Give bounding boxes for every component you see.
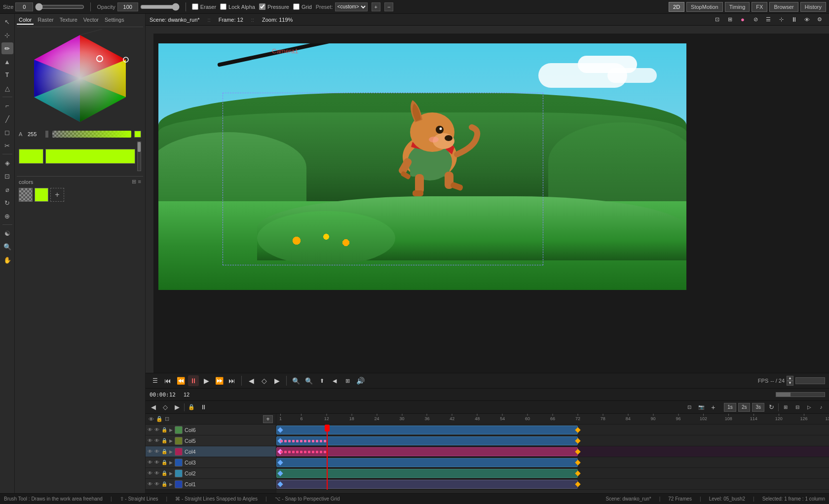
tl-animation-btn[interactable]: ▷ (804, 402, 814, 412)
layer-row-col6[interactable]: 👁 👁 🔒 ▶ Col6 (146, 425, 276, 435)
tab-texture[interactable]: Texture (58, 16, 79, 25)
layer-lock-col1[interactable]: 🔒 (161, 481, 167, 487)
grid-canvas-btn[interactable]: ⊞ (342, 375, 353, 386)
tl-scene-btn[interactable]: ⊡ (684, 402, 694, 412)
transform-tool-btn[interactable]: ⊹ (1, 29, 13, 41)
layer-expand-col5[interactable]: ▶ (169, 438, 173, 443)
layer-eye2-col2[interactable]: 👁 (154, 470, 159, 476)
opacity-slider[interactable] (140, 3, 180, 10)
layer-row-col1[interactable]: 👁 👁 🔒 ▶ Col1 (146, 479, 276, 490)
layer-expand-col1[interactable]: ▶ (169, 482, 173, 487)
flip-btn[interactable]: ◀ (329, 375, 340, 386)
eraser-toggle[interactable]: Eraser (192, 3, 216, 10)
canvas-viewport[interactable]: Camera1 (153, 34, 829, 373)
size-input[interactable] (15, 2, 33, 11)
track-col4[interactable] (276, 446, 829, 457)
tl-pause-btn[interactable]: ⏸ (198, 402, 208, 412)
canvas-btn-4[interactable]: ⊘ (750, 14, 761, 25)
canvas-btn-6[interactable]: ⊹ (776, 14, 787, 25)
next-keyframe-btn[interactable]: ▶ (271, 375, 282, 386)
track-col2[interactable] (276, 468, 829, 479)
layer-eye-col5[interactable]: 👁 (148, 438, 152, 443)
prev-keyframe-btn[interactable]: ◀ (246, 375, 257, 386)
layer-row-col2[interactable]: 👁 👁 🔒 ▶ Col2 (146, 468, 276, 479)
preset-add-btn[interactable]: + (372, 2, 380, 11)
tl-sound-tl-btn[interactable]: ♪ (816, 402, 826, 412)
timecode-scrubber[interactable] (776, 392, 825, 397)
settings-canvas-btn[interactable]: ⚙ (814, 14, 825, 25)
tl-import-btn[interactable]: ⊞ (781, 402, 791, 412)
layer-expand-col6[interactable]: ▶ (169, 428, 173, 432)
tl-forward-btn[interactable]: ▶ (172, 402, 182, 412)
mode-stopmotion-btn[interactable]: StopMotion (686, 2, 723, 12)
layer-row-col3[interactable]: 👁 👁 🔒 ▶ Col3 (146, 457, 276, 468)
alpha-drag-handle[interactable] (45, 131, 48, 138)
eraser-tool-btn[interactable]: ◻ (1, 126, 13, 138)
mode-browser-btn[interactable]: Browser (769, 2, 798, 12)
pause-canvas-btn[interactable]: ⏸ (789, 14, 799, 25)
tl-lock-btn[interactable]: 🔒 (187, 402, 196, 412)
bender-tool-btn[interactable]: ↻ (1, 197, 13, 209)
layer-lock-col6[interactable]: 🔒 (161, 427, 167, 432)
timeline-frames[interactable]: 1612182430364248546066727884909610210811… (276, 414, 829, 504)
play-btn[interactable]: ▶ (201, 375, 212, 386)
tl-plus-btn[interactable]: + (708, 402, 718, 412)
animation-canvas[interactable]: Camera1 (158, 43, 686, 290)
hamburger-btn[interactable]: ☰ (150, 375, 160, 386)
track-col5[interactable] (276, 435, 829, 446)
size-slider[interactable] (35, 3, 84, 10)
layer-eye-col4[interactable]: 👁 (148, 449, 152, 454)
swatch-add-btn[interactable]: + (50, 188, 64, 202)
layer-eye-col1[interactable]: 👁 (148, 481, 152, 487)
prev-frame-btn[interactable]: ⏪ (175, 375, 186, 386)
pressure-toggle[interactable]: Pressure (259, 3, 289, 10)
alpha-slider[interactable] (52, 131, 131, 138)
zoom-out-btn[interactable]: 🔍 (291, 375, 301, 386)
playhead[interactable] (327, 425, 328, 490)
eye-canvas-btn[interactable]: 👁 (801, 14, 812, 25)
fps-stepper[interactable]: ▲ ▼ (787, 376, 793, 386)
grid-toggle[interactable]: Grid (293, 3, 312, 10)
bucket-tool-btn[interactable]: ⊡ (1, 170, 13, 182)
tl-export-btn[interactable]: ⊟ (792, 402, 802, 412)
fps-up-btn[interactable]: ▲ (787, 376, 793, 381)
tab-raster[interactable]: Raster (36, 16, 55, 25)
puppet-tool-btn[interactable]: ⊕ (1, 210, 13, 222)
swatch-green[interactable] (35, 188, 48, 202)
tl-diamond-btn[interactable]: ◇ (160, 402, 170, 412)
tl-1s-btn[interactable]: 1s (724, 403, 736, 412)
track-col1[interactable] (276, 479, 829, 490)
fit-btn[interactable]: ⬆ (316, 375, 327, 386)
add-layer-btn[interactable]: + (263, 415, 273, 423)
sound-btn[interactable]: 🔊 (355, 375, 366, 386)
swatch-transparent[interactable] (19, 188, 33, 202)
layer-eye-col2[interactable]: 👁 (148, 470, 152, 476)
go-to-start-btn[interactable]: ⏮ (162, 375, 173, 386)
mode-fx-btn[interactable]: FX (752, 2, 767, 12)
layer-lock-col2[interactable]: 🔒 (161, 470, 167, 476)
mode-history-btn[interactable]: History (800, 2, 826, 12)
tl-3s-btn[interactable]: 3s (752, 403, 764, 412)
fps-down-btn[interactable]: ▼ (787, 381, 793, 386)
layer-expand-col3[interactable]: ▶ (169, 460, 173, 465)
color-wheel-container[interactable] (18, 29, 142, 128)
line-tool-btn[interactable]: ╱ (1, 113, 13, 125)
magnet-tool-btn[interactable]: ☯ (1, 227, 13, 239)
layer-row-col4[interactable]: 👁 👁 🔒 ▶ Col4 (146, 446, 276, 457)
mode-2d-btn[interactable]: 2D (669, 2, 684, 12)
text-tool-btn[interactable]: T (1, 69, 13, 81)
eyedropper-tool-btn[interactable]: ◈ (1, 157, 13, 169)
layer-lock-col3[interactable]: 🔒 (161, 460, 167, 465)
pan-tool-btn[interactable]: ✋ (1, 254, 13, 266)
layer-lock-col5[interactable]: 🔒 (161, 438, 167, 443)
layer-eye2-col6[interactable]: 👁 (154, 427, 159, 432)
track-col6[interactable] (276, 425, 829, 435)
color-wheel-svg[interactable] (18, 29, 142, 128)
canvas-btn-5[interactable]: ☰ (763, 14, 774, 25)
layer-eye2-col3[interactable]: 👁 (154, 460, 159, 465)
canvas-btn-2[interactable]: ⊞ (724, 14, 735, 25)
pause-btn[interactable]: ⏸ (188, 375, 199, 386)
tab-vector[interactable]: Vector (81, 16, 101, 25)
tab-settings[interactable]: Settings (103, 16, 126, 25)
tl-refresh-btn[interactable]: ↻ (766, 402, 776, 412)
